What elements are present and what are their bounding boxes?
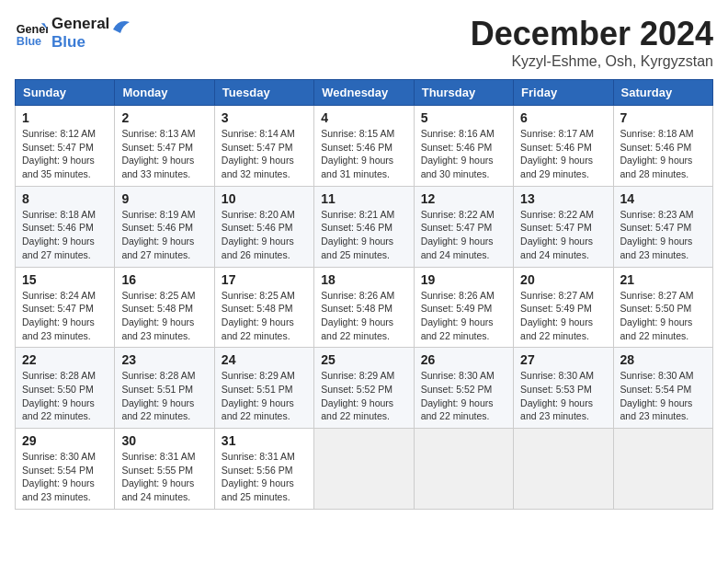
day-info: Sunrise: 8:14 AMSunset: 5:47 PMDaylight:… [222, 128, 295, 179]
day-number: 13 [520, 191, 606, 206]
day-number: 9 [121, 191, 207, 206]
calendar-cell: 4Sunrise: 8:15 AMSunset: 5:46 PMDaylight… [314, 106, 414, 187]
day-info: Sunrise: 8:15 AMSunset: 5:46 PMDaylight:… [321, 128, 394, 179]
page-header: General Blue General Blue December 2024 … [15, 15, 713, 70]
day-number: 10 [222, 191, 307, 206]
calendar-cell: 20Sunrise: 8:27 AMSunset: 5:49 PMDayligh… [514, 267, 613, 348]
day-number: 15 [22, 272, 108, 287]
calendar-cell: 27Sunrise: 8:30 AMSunset: 5:53 PMDayligh… [514, 348, 613, 429]
day-info: Sunrise: 8:21 AMSunset: 5:46 PMDaylight:… [321, 209, 394, 260]
day-number: 4 [321, 110, 406, 125]
day-number: 2 [121, 110, 207, 125]
weekday-header-row: SundayMondayTuesdayWednesdayThursdayFrid… [16, 80, 713, 106]
logo-icon: General Blue [15, 17, 48, 50]
day-info: Sunrise: 8:29 AMSunset: 5:51 PMDaylight:… [222, 370, 295, 421]
day-number: 18 [321, 272, 406, 287]
day-number: 30 [121, 433, 207, 448]
calendar-cell: 10Sunrise: 8:20 AMSunset: 5:46 PMDayligh… [214, 186, 313, 267]
calendar-table: SundayMondayTuesdayWednesdayThursdayFrid… [15, 79, 713, 510]
calendar-cell: 22Sunrise: 8:28 AMSunset: 5:50 PMDayligh… [16, 348, 115, 429]
calendar-cell: 12Sunrise: 8:22 AMSunset: 5:47 PMDayligh… [414, 186, 513, 267]
calendar-cell: 18Sunrise: 8:26 AMSunset: 5:48 PMDayligh… [314, 267, 414, 348]
weekday-header-thursday: Thursday [414, 80, 513, 106]
calendar-cell: 23Sunrise: 8:28 AMSunset: 5:51 PMDayligh… [115, 348, 214, 429]
day-info: Sunrise: 8:13 AMSunset: 5:47 PMDaylight:… [121, 128, 195, 179]
day-info: Sunrise: 8:16 AMSunset: 5:46 PMDaylight:… [421, 128, 495, 179]
day-number: 20 [520, 272, 606, 287]
day-number: 5 [421, 110, 506, 125]
calendar-cell: 24Sunrise: 8:29 AMSunset: 5:51 PMDayligh… [214, 348, 313, 429]
weekday-header-saturday: Saturday [613, 80, 712, 106]
calendar-cell: 9Sunrise: 8:19 AMSunset: 5:46 PMDaylight… [115, 186, 214, 267]
calendar-cell: 14Sunrise: 8:23 AMSunset: 5:47 PMDayligh… [613, 186, 712, 267]
day-number: 12 [421, 191, 506, 206]
calendar-week-row: 8Sunrise: 8:18 AMSunset: 5:46 PMDaylight… [16, 186, 713, 267]
day-number: 3 [222, 110, 307, 125]
day-info: Sunrise: 8:20 AMSunset: 5:46 PMDaylight:… [222, 209, 295, 260]
weekday-header-sunday: Sunday [16, 80, 115, 106]
day-info: Sunrise: 8:18 AMSunset: 5:46 PMDaylight:… [22, 209, 96, 260]
calendar-cell [514, 429, 613, 510]
day-info: Sunrise: 8:19 AMSunset: 5:46 PMDaylight:… [121, 209, 195, 260]
day-info: Sunrise: 8:23 AMSunset: 5:47 PMDaylight:… [620, 209, 694, 260]
day-number: 8 [22, 191, 108, 206]
day-number: 23 [121, 352, 207, 367]
weekday-header-wednesday: Wednesday [314, 80, 414, 106]
day-number: 14 [620, 191, 706, 206]
day-info: Sunrise: 8:25 AMSunset: 5:48 PMDaylight:… [222, 290, 295, 341]
title-block: December 2024 Kyzyl-Eshme, Osh, Kyrgyzst… [471, 15, 713, 70]
calendar-week-row: 1Sunrise: 8:12 AMSunset: 5:47 PMDaylight… [16, 106, 713, 187]
weekday-header-tuesday: Tuesday [214, 80, 313, 106]
calendar-cell: 2Sunrise: 8:13 AMSunset: 5:47 PMDaylight… [115, 106, 214, 187]
calendar-cell: 30Sunrise: 8:31 AMSunset: 5:55 PMDayligh… [115, 429, 214, 510]
calendar-week-row: 22Sunrise: 8:28 AMSunset: 5:50 PMDayligh… [16, 348, 713, 429]
svg-text:Blue: Blue [17, 35, 41, 48]
calendar-cell: 19Sunrise: 8:26 AMSunset: 5:49 PMDayligh… [414, 267, 513, 348]
day-info: Sunrise: 8:26 AMSunset: 5:48 PMDaylight:… [321, 290, 394, 341]
day-info: Sunrise: 8:18 AMSunset: 5:46 PMDaylight:… [620, 128, 694, 179]
day-number: 11 [321, 191, 406, 206]
calendar-cell: 21Sunrise: 8:27 AMSunset: 5:50 PMDayligh… [613, 267, 712, 348]
calendar-cell: 31Sunrise: 8:31 AMSunset: 5:56 PMDayligh… [214, 429, 313, 510]
day-number: 31 [222, 433, 307, 448]
day-info: Sunrise: 8:31 AMSunset: 5:56 PMDaylight:… [222, 451, 295, 502]
calendar-cell: 1Sunrise: 8:12 AMSunset: 5:47 PMDaylight… [16, 106, 115, 187]
day-info: Sunrise: 8:26 AMSunset: 5:49 PMDaylight:… [421, 290, 495, 341]
day-info: Sunrise: 8:30 AMSunset: 5:54 PMDaylight:… [22, 451, 96, 502]
calendar-week-row: 29Sunrise: 8:30 AMSunset: 5:54 PMDayligh… [16, 429, 713, 510]
day-number: 28 [620, 352, 706, 367]
day-info: Sunrise: 8:30 AMSunset: 5:54 PMDaylight:… [620, 370, 694, 421]
day-number: 29 [22, 433, 108, 448]
logo-bird-icon [111, 17, 131, 42]
day-info: Sunrise: 8:27 AMSunset: 5:50 PMDaylight:… [620, 290, 694, 341]
calendar-cell: 3Sunrise: 8:14 AMSunset: 5:47 PMDaylight… [214, 106, 313, 187]
calendar-cell: 28Sunrise: 8:30 AMSunset: 5:54 PMDayligh… [613, 348, 712, 429]
day-info: Sunrise: 8:31 AMSunset: 5:55 PMDaylight:… [121, 451, 195, 502]
calendar-cell: 29Sunrise: 8:30 AMSunset: 5:54 PMDayligh… [16, 429, 115, 510]
day-number: 26 [421, 352, 506, 367]
logo-general: General [51, 15, 109, 33]
calendar-cell [414, 429, 513, 510]
day-info: Sunrise: 8:29 AMSunset: 5:52 PMDaylight:… [321, 370, 394, 421]
day-number: 21 [620, 272, 706, 287]
location-subtitle: Kyzyl-Eshme, Osh, Kyrgyzstan [471, 53, 713, 70]
weekday-header-monday: Monday [115, 80, 214, 106]
day-info: Sunrise: 8:25 AMSunset: 5:48 PMDaylight:… [121, 290, 195, 341]
calendar-week-row: 15Sunrise: 8:24 AMSunset: 5:47 PMDayligh… [16, 267, 713, 348]
calendar-cell: 13Sunrise: 8:22 AMSunset: 5:47 PMDayligh… [514, 186, 613, 267]
calendar-cell: 7Sunrise: 8:18 AMSunset: 5:46 PMDaylight… [613, 106, 712, 187]
calendar-cell: 15Sunrise: 8:24 AMSunset: 5:47 PMDayligh… [16, 267, 115, 348]
weekday-header-friday: Friday [514, 80, 613, 106]
day-info: Sunrise: 8:27 AMSunset: 5:49 PMDaylight:… [520, 290, 594, 341]
day-info: Sunrise: 8:28 AMSunset: 5:51 PMDaylight:… [121, 370, 195, 421]
day-number: 7 [620, 110, 706, 125]
calendar-cell: 25Sunrise: 8:29 AMSunset: 5:52 PMDayligh… [314, 348, 414, 429]
calendar-cell: 11Sunrise: 8:21 AMSunset: 5:46 PMDayligh… [314, 186, 414, 267]
calendar-cell: 5Sunrise: 8:16 AMSunset: 5:46 PMDaylight… [414, 106, 513, 187]
day-info: Sunrise: 8:28 AMSunset: 5:50 PMDaylight:… [22, 370, 96, 421]
day-number: 6 [520, 110, 606, 125]
calendar-cell: 6Sunrise: 8:17 AMSunset: 5:46 PMDaylight… [514, 106, 613, 187]
calendar-cell [314, 429, 414, 510]
day-info: Sunrise: 8:30 AMSunset: 5:53 PMDaylight:… [520, 370, 594, 421]
calendar-cell: 16Sunrise: 8:25 AMSunset: 5:48 PMDayligh… [115, 267, 214, 348]
